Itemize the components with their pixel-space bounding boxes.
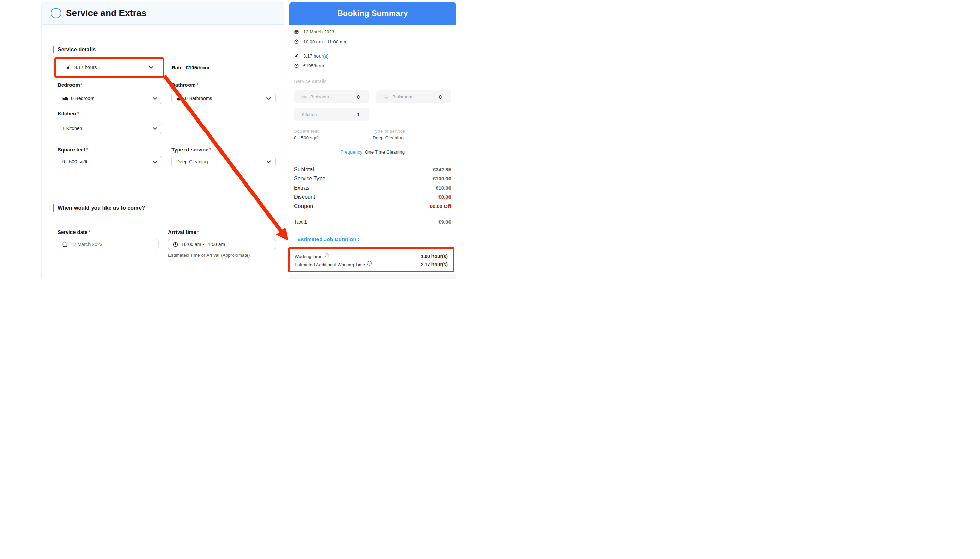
chevron-down-icon: [266, 160, 271, 164]
square-feet-label: Square feet*: [58, 146, 162, 153]
price-row-subtotal: Subtotal€342.85: [294, 165, 451, 174]
chevron-down-icon: [153, 160, 157, 164]
type-of-service-select-value: Deep Cleaning: [176, 159, 208, 164]
booking-summary-panel: Booking Summary 12 March 2023 10:00 am -…: [289, 2, 456, 280]
total-value: €461.91: [428, 278, 450, 280]
service-and-extras-header: 1 Service and Extras: [41, 2, 284, 25]
working-time-value: 1.00 hour(s): [421, 254, 448, 259]
annotation-box-working-time: Working Time? 1.00 hour(s) Estimated Add…: [288, 248, 454, 272]
bedroom-chip-count: 0: [357, 94, 360, 100]
bathroom-select[interactable]: 0 Bathrooms: [172, 93, 276, 104]
chevron-down-icon: [266, 97, 271, 100]
bathroom-chip-count: 0: [439, 94, 442, 100]
summary-time-row: 10:00 am - 11:00 am: [294, 37, 451, 46]
required-marker: *: [89, 230, 90, 235]
clock-icon: [294, 39, 299, 44]
hours-select-value: 3.17 hours: [74, 64, 97, 70]
required-marker: *: [197, 83, 198, 88]
total-label: TOTAL: [295, 278, 315, 280]
working-time-row: Working Time? 1.00 hour(s): [295, 252, 448, 260]
square-feet-select[interactable]: 0 - 500 sq/ft: [58, 156, 162, 167]
page-title: Service and Extras: [66, 8, 146, 18]
summary-divider: [292, 145, 449, 145]
price-row-coupon: Coupon€0.00 Off: [294, 202, 451, 211]
booking-page: 1 Service and Extras Service details 3.1…: [0, 0, 490, 280]
square-feet-select-value: 0 - 500 sq/ft: [62, 159, 87, 164]
estimated-job-duration-heading: Estimated Job Duration :: [294, 236, 451, 243]
additional-working-time-value: 2.17 hour(s): [421, 262, 448, 267]
bedroom-select[interactable]: 0 Bedroom: [58, 93, 162, 104]
summary-divider: [292, 214, 449, 215]
section-divider: [51, 276, 275, 276]
working-time-label: Working Time?: [295, 254, 329, 259]
bed-icon: [62, 96, 68, 101]
annotation-box-hours: 3.17 hours: [54, 57, 164, 78]
summary-date: 12 March 2023: [303, 29, 335, 35]
arrival-time-label: Arrival time*: [168, 229, 276, 236]
bed-icon: [302, 94, 307, 99]
price-row-discount: Discount€0.00: [294, 192, 451, 202]
bedroom-chip-label: Bedroom: [310, 94, 329, 99]
summary-square-feet-value: 0 - 500 sq/ft: [294, 135, 373, 141]
help-icon[interactable]: ?: [325, 253, 329, 257]
required-marker: *: [197, 230, 199, 235]
bathtub-icon: [176, 96, 182, 101]
bedroom-label: Bedroom*: [58, 82, 162, 89]
section-divider: [51, 185, 275, 185]
bedroom-select-value: 0 Bedroom: [71, 96, 94, 101]
bedroom-chip: Bedroom 0: [294, 90, 369, 104]
arrival-time-input[interactable]: 10:00 am - 11:00 am: [168, 239, 276, 250]
summary-rate: €105/hour: [303, 63, 324, 68]
kitchen-chip-label: Kitchen: [302, 112, 317, 117]
service-date-input[interactable]: 12 March 2023: [58, 239, 158, 250]
service-date-label: Service date*: [58, 229, 158, 236]
calendar-icon: [62, 242, 68, 248]
kitchen-select[interactable]: 1 Kitchen: [58, 122, 162, 134]
additional-working-time-label: Estimated Additional Working Time?: [295, 262, 371, 267]
frequency-row: Frequency: One Time Cleaning: [294, 149, 451, 155]
summary-service-details-heading: Service details: [294, 79, 451, 84]
summary-type-value: Deep Cleaning: [373, 135, 451, 141]
help-icon[interactable]: ?: [367, 261, 371, 266]
service-date-value: 12 March 2023: [71, 242, 102, 247]
additional-working-time-row: Estimated Additional Working Time? 2.17 …: [295, 260, 448, 269]
summary-duration: 3.17 hour(s): [303, 53, 329, 59]
chevron-down-icon: [153, 97, 157, 100]
type-of-service-label: Type of service*: [172, 146, 276, 153]
step-number-badge: 1: [51, 8, 61, 18]
summary-rate-row: €105/hour: [294, 61, 451, 70]
chevron-down-icon: [153, 127, 157, 130]
required-marker: *: [81, 83, 82, 88]
frequency-label: Frequency:: [341, 149, 364, 155]
broom-icon: [294, 53, 299, 59]
price-row-service-type: Service Type€100.00: [294, 174, 451, 183]
rate-label: Rate: €105/hour: [172, 64, 210, 71]
kitchen-label: Kitchen*: [58, 110, 162, 117]
price-row-extras: Extras€10.00: [294, 183, 451, 192]
summary-duration-row: 3.17 hour(s): [294, 51, 451, 60]
required-marker: *: [209, 147, 211, 152]
clock-icon: [294, 63, 299, 68]
price-row-tax: Tax 1€9.06: [294, 217, 451, 227]
clock-icon: [173, 242, 178, 248]
hours-select[interactable]: 3.17 hours: [61, 61, 158, 73]
summary-divider: [292, 159, 449, 159]
calendar-icon: [294, 29, 299, 35]
summary-time: 10:00 am - 11:00 am: [303, 39, 346, 44]
required-marker: *: [86, 147, 88, 152]
required-marker: *: [77, 111, 79, 116]
arrival-time-value: 10:00 am - 11:00 am: [181, 242, 225, 247]
bathroom-label: Bathroom*: [172, 82, 276, 89]
service-details-heading: Service details: [53, 46, 268, 53]
bathroom-chip: Bathroom 0: [376, 90, 451, 104]
frequency-value: One Time Cleaning: [364, 149, 404, 155]
type-of-service-select[interactable]: Deep Cleaning: [172, 156, 276, 167]
chevron-down-icon: [149, 66, 153, 69]
bathroom-chip-label: Bathroom: [392, 94, 412, 99]
summary-divider: [292, 49, 449, 49]
kitchen-chip-count: 1: [357, 112, 360, 117]
summary-date-row: 12 March 2023: [294, 27, 451, 36]
summary-square-feet-label: Square feet: [294, 128, 373, 134]
broom-icon: [65, 64, 71, 71]
bathroom-select-value: 0 Bathrooms: [185, 96, 212, 101]
